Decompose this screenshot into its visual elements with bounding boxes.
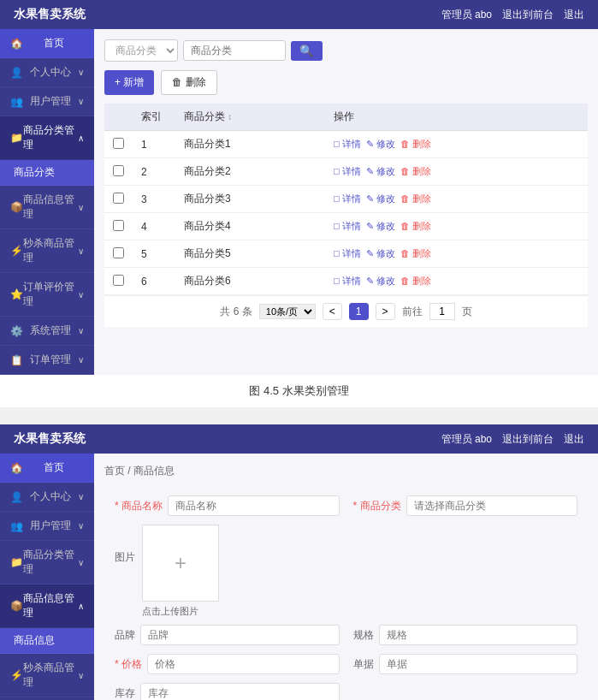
prev-btn-1[interactable]: <: [323, 303, 342, 320]
detail-btn[interactable]: □ 详情: [334, 165, 361, 178]
per-page-select-1[interactable]: 10条/页: [259, 304, 316, 319]
app-body-2: 🏠 首页 👤 个人中心 ∨ 👥 用户管理 ∨ 📁 商品分类管理: [0, 454, 598, 700]
edit-btn[interactable]: ✎ 修改: [366, 165, 395, 178]
add-button-1[interactable]: + 新增: [104, 70, 154, 95]
current-page-1[interactable]: 1: [349, 303, 369, 320]
sidebar-item-goods-mgmt-2[interactable]: 📦 商品信息管理 ∧: [0, 584, 94, 628]
delete-button-1[interactable]: 🗑 删除: [161, 70, 216, 95]
row-actions: □ 详情 ✎ 修改 🗑 删除: [325, 268, 588, 295]
exit-label-1[interactable]: 退出到前台: [502, 8, 554, 22]
del-btn[interactable]: 🗑 删除: [400, 165, 431, 178]
detail-btn[interactable]: □ 详情: [334, 275, 361, 288]
main-content-1: 商品分类 🔍 + 新增 🗑 删除 索引 商品分: [94, 29, 598, 375]
sidebar-item-system-1[interactable]: ⚙️ 系统管理 ∨: [0, 317, 94, 346]
form-section-2: * 商品名称 * 商品分类 图片 +: [104, 485, 588, 700]
row-actions: □ 详情 ✎ 修改 🗑 删除: [325, 158, 588, 186]
row-actions: □ 详情 ✎ 修改 🗑 删除: [325, 131, 588, 158]
detail-btn[interactable]: □ 详情: [334, 247, 361, 260]
sidebar-item-category-page-1[interactable]: 商品分类: [0, 160, 94, 186]
app-header-2: 水果售卖系统 管理员 abo 退出到前台 退出: [0, 424, 598, 454]
category-input[interactable]: [406, 495, 577, 516]
row-category-name: 商品分类6: [175, 268, 325, 295]
sidebar-item-flash-2[interactable]: ⚡ 秒杀商品管理 ∨: [0, 654, 94, 697]
edit-btn[interactable]: ✎ 修改: [366, 247, 395, 260]
unit-label: 单据: [353, 657, 374, 672]
row-checkbox[interactable]: [104, 213, 133, 240]
profile-icon-1: 👤: [10, 67, 23, 79]
edit-btn[interactable]: ✎ 修改: [366, 138, 395, 151]
app-header-1: 水果售卖系统 管理员 abo 退出到前台 退出: [0, 0, 598, 29]
figure1-caption: 图 4.5 水果类别管理: [0, 375, 598, 407]
chevron-order-1: ∨: [78, 355, 84, 365]
form-group-stock: 库存: [115, 683, 340, 700]
sidebar-item-home-1[interactable]: 🏠 首页: [0, 29, 94, 58]
th-category-1: 商品分类 ↕: [175, 104, 325, 131]
exit-label-2[interactable]: 退出到前台: [502, 432, 554, 447]
stock-input[interactable]: [140, 683, 340, 700]
brand-input[interactable]: [140, 625, 340, 645]
sidebar-goods-label-2: 商品信息管理: [23, 591, 78, 620]
page-suffix-1: 页: [462, 305, 472, 319]
del-btn[interactable]: 🗑 删除: [400, 193, 431, 205]
stock-label: 库存: [115, 686, 135, 701]
row-checkbox[interactable]: [104, 186, 133, 213]
detail-btn[interactable]: □ 详情: [334, 193, 361, 205]
del-btn[interactable]: 🗑 删除: [400, 275, 431, 288]
row-checkbox[interactable]: [104, 268, 133, 295]
next-btn-1[interactable]: >: [376, 303, 395, 320]
del-btn[interactable]: 🗑 删除: [400, 220, 431, 233]
edit-btn[interactable]: ✎ 修改: [366, 193, 395, 205]
sidebar-category-label-2: 商品分类管理: [23, 548, 78, 577]
review-icon-1: ⭐: [10, 288, 23, 300]
form-row-brand-spec: 品牌 规格: [115, 625, 577, 645]
quit-label-2[interactable]: 退出: [564, 432, 584, 447]
sidebar-item-profile-1[interactable]: 👤 个人中心 ∨: [0, 58, 94, 87]
sidebar-item-category-mgmt-2[interactable]: 📁 商品分类管理 ∨: [0, 541, 94, 584]
sidebar-item-users-1[interactable]: 👥 用户管理 ∨: [0, 87, 94, 116]
sidebar-item-category-mgmt-1[interactable]: 📁 商品分类管理 ∧: [0, 116, 94, 160]
row-checkbox[interactable]: [104, 158, 133, 186]
quit-label-1[interactable]: 退出: [564, 8, 584, 22]
price-input[interactable]: [147, 654, 339, 674]
sidebar-item-order-1[interactable]: 📋 订单管理 ∨: [0, 346, 94, 375]
sidebar-category-label-1: 商品分类管理: [23, 123, 78, 152]
breadcrumb-2: 首页 / 商品信息: [104, 464, 588, 478]
unit-input[interactable]: [379, 654, 578, 674]
del-btn[interactable]: 🗑 删除: [400, 247, 431, 260]
goods-icon-1: 📦: [10, 201, 23, 213]
app-title-2: 水果售卖系统: [14, 431, 86, 447]
chevron-flash-1: ∨: [78, 246, 84, 256]
search-category-select-1[interactable]: 商品分类: [104, 39, 178, 62]
sidebar-item-home-2[interactable]: 🏠 首页: [0, 454, 94, 483]
detail-btn[interactable]: □ 详情: [334, 138, 361, 151]
detail-btn[interactable]: □ 详情: [334, 220, 361, 233]
sidebar-item-users-2[interactable]: 👥 用户管理 ∨: [0, 512, 94, 541]
name-input[interactable]: [168, 495, 339, 516]
upload-label[interactable]: 点击上传图片: [142, 605, 219, 618]
sidebar-flash-label-2: 秒杀商品管理: [23, 661, 78, 690]
row-index: 4: [133, 213, 175, 240]
image-upload-area[interactable]: +: [142, 525, 219, 602]
row-checkbox[interactable]: [104, 240, 133, 268]
sidebar-item-goods-page-2[interactable]: 商品信息: [0, 628, 94, 654]
sidebar-item-goods-mgmt-1[interactable]: 📦 商品信息管理 ∨: [0, 186, 94, 229]
search-input-1[interactable]: [183, 40, 286, 61]
del-btn[interactable]: 🗑 删除: [400, 138, 431, 151]
home-icon-2: 🏠: [10, 462, 23, 474]
row-checkbox[interactable]: [104, 131, 133, 158]
row-category-name: 商品分类5: [175, 240, 325, 268]
edit-btn[interactable]: ✎ 修改: [366, 275, 395, 288]
sidebar-item-profile-2[interactable]: 👤 个人中心 ∨: [0, 483, 94, 512]
search-button-1[interactable]: 🔍: [291, 41, 323, 61]
table-row: 3 商品分类3 □ 详情 ✎ 修改 🗑 删除: [104, 186, 588, 213]
sidebar-item-flash-1[interactable]: ⚡ 秒杀商品管理 ∨: [0, 229, 94, 273]
th-checkbox-1: [104, 104, 133, 131]
goto-input-1[interactable]: [429, 303, 455, 320]
sidebar-item-review-1[interactable]: ⭐ 订单评价管理 ∨: [0, 273, 94, 317]
form-row-price-unit: * 价格 单据: [115, 654, 577, 674]
form-group-brand: 品牌: [115, 625, 340, 645]
spec-input[interactable]: [379, 625, 578, 645]
row-category-name: 商品分类3: [175, 186, 325, 213]
edit-btn[interactable]: ✎ 修改: [366, 220, 395, 233]
sidebar-profile-label-1: 个人中心: [30, 65, 71, 80]
